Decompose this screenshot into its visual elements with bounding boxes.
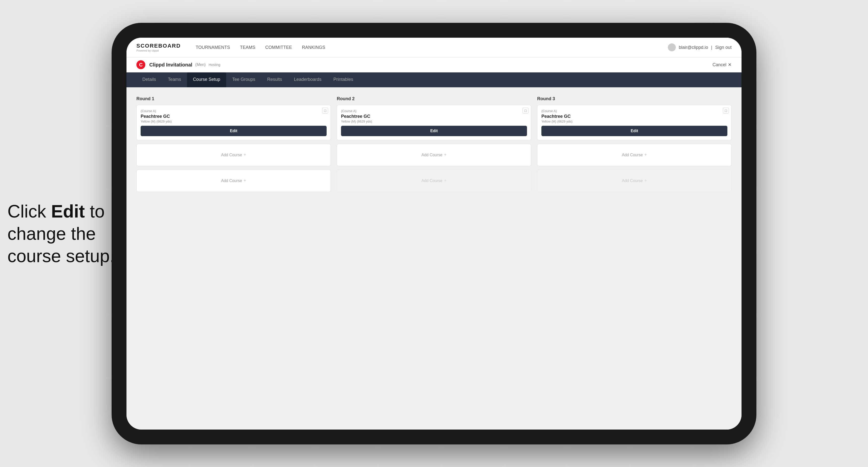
tab-teams[interactable]: Teams (162, 72, 187, 87)
nav-teams[interactable]: TEAMS (240, 45, 255, 50)
tab-details[interactable]: Details (136, 72, 162, 87)
nav-tournaments[interactable]: TOURNAMENTS (196, 45, 230, 50)
round-2-add-course-1-plus-icon: + (444, 152, 447, 157)
round-2-course-tag: (Course A) (341, 109, 527, 113)
cancel-button[interactable]: Cancel ✕ (713, 62, 732, 67)
logo-title: SCOREBOARD (136, 43, 181, 49)
hosting-badge: Hosting (209, 63, 220, 67)
round-1-add-course-2[interactable]: Add Course + (136, 169, 331, 192)
round-3-label: Round 3 (537, 96, 732, 101)
round-1-add-course-1[interactable]: Add Course + (136, 144, 331, 166)
tournament-gender: (Men) (195, 62, 206, 67)
round-2-add-course-1[interactable]: Add Course + (337, 144, 531, 166)
logo-subtitle: Powered by clippd (136, 49, 181, 52)
round-1-column: Round 1 □ (Course A) Peachtree GC Yellow… (136, 96, 331, 195)
scoreboard-logo: SCOREBOARD Powered by clippd (136, 43, 181, 52)
round-3-course-name: Peachtree GC (541, 114, 727, 119)
round-3-add-course-2: Add Course + (537, 169, 732, 192)
round-2-course-name: Peachtree GC (341, 114, 527, 119)
round-3-edit-button[interactable]: Edit (541, 126, 727, 136)
nav-rankings[interactable]: RANKINGS (302, 45, 326, 50)
round-1-course-name: Peachtree GC (141, 114, 327, 119)
round-3-course-detail: Yellow (M) (6629 yds) (541, 120, 727, 123)
brand-logo: C (136, 60, 145, 69)
round-1-course-card: □ (Course A) Peachtree GC Yellow (M) (66… (136, 105, 331, 141)
user-avatar (668, 43, 676, 51)
round-2-add-course-2: Add Course + (337, 169, 531, 192)
tab-results[interactable]: Results (261, 72, 288, 87)
round-1-course-detail: Yellow (M) (6629 yds) (141, 120, 327, 123)
tab-leaderboards[interactable]: Leaderboards (288, 72, 328, 87)
sub-header: C Clippd Invitational (Men) Hosting Canc… (126, 58, 742, 72)
tournament-name: Clippd Invitational (149, 62, 192, 68)
tabs-bar: Details Teams Course Setup Tee Groups Re… (126, 72, 742, 87)
instruction-prefix: Click (7, 201, 51, 221)
round-2-edit-button[interactable]: Edit (341, 126, 527, 136)
add-course-2-plus-icon: + (244, 178, 246, 183)
round-3-column: Round 3 □ (Course A) Peachtree GC Yellow… (537, 96, 732, 195)
tablet-shell: SCOREBOARD Powered by clippd TOURNAMENTS… (112, 23, 756, 444)
round-2-column: Round 2 □ (Course A) Peachtree GC Yellow… (337, 96, 531, 195)
cancel-icon: ✕ (728, 62, 732, 67)
tab-course-setup[interactable]: Course Setup (187, 72, 226, 87)
rounds-grid: Round 1 □ (Course A) Peachtree GC Yellow… (136, 96, 732, 195)
round-3-delete-button[interactable]: □ (723, 107, 729, 114)
add-course-1-plus-icon: + (244, 152, 246, 157)
round-1-course-tag: (Course A) (141, 109, 327, 113)
round-3-add-course-1[interactable]: Add Course + (537, 144, 732, 166)
tab-printables[interactable]: Printables (328, 72, 359, 87)
nav-links: TOURNAMENTS TEAMS COMMITTEE RANKINGS (196, 45, 668, 50)
top-nav: SCOREBOARD Powered by clippd TOURNAMENTS… (126, 38, 742, 58)
round-3-course-tag: (Course A) (541, 109, 727, 113)
instruction-bold: Edit (51, 201, 85, 221)
sign-out-link[interactable]: Sign out (715, 45, 732, 50)
round-2-course-card: □ (Course A) Peachtree GC Yellow (M) (66… (337, 105, 531, 141)
nav-committee[interactable]: COMMITTEE (266, 45, 292, 50)
tab-tee-groups[interactable]: Tee Groups (226, 72, 261, 87)
round-1-edit-button[interactable]: Edit (141, 126, 327, 136)
round-2-course-detail: Yellow (M) (6629 yds) (341, 120, 527, 123)
nav-user-area: blair@clippd.io | Sign out (668, 43, 732, 51)
round-2-add-course-2-plus-icon: + (444, 178, 447, 183)
round-3-course-card: □ (Course A) Peachtree GC Yellow (M) (66… (537, 105, 732, 141)
tablet-screen: SCOREBOARD Powered by clippd TOURNAMENTS… (126, 38, 742, 430)
user-email: blair@clippd.io (679, 45, 708, 50)
round-1-label: Round 1 (136, 96, 331, 101)
round-3-add-course-2-plus-icon: + (644, 178, 647, 183)
round-3-add-course-1-plus-icon: + (644, 152, 647, 157)
round-2-delete-button[interactable]: □ (523, 107, 528, 114)
round-2-label: Round 2 (337, 96, 531, 101)
main-content: Round 1 □ (Course A) Peachtree GC Yellow… (126, 87, 742, 430)
round-1-delete-button[interactable]: □ (322, 107, 328, 114)
